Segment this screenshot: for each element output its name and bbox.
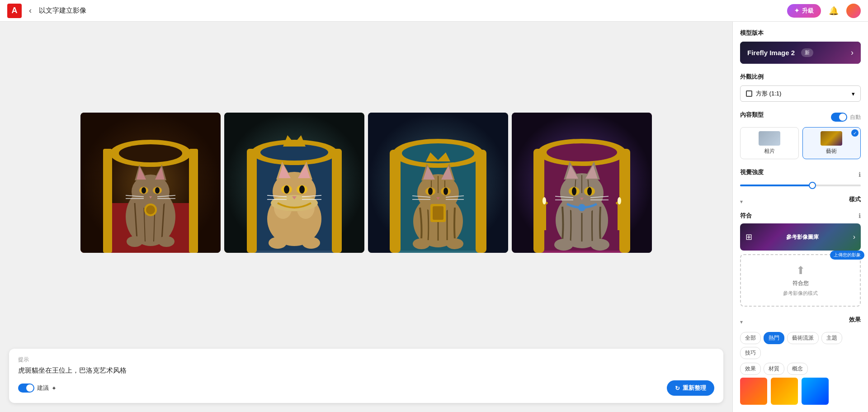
svg-point-74	[443, 188, 448, 195]
notification-icon[interactable]: 🔔	[826, 4, 841, 18]
model-name: Firefly Image 2	[747, 49, 795, 57]
effects-tab-concept[interactable]: 概念	[787, 363, 808, 375]
auto-toggle-switch[interactable]	[831, 113, 847, 122]
svg-rect-91	[542, 203, 546, 230]
content-area: 提示 虎斑貓坐在王位上，巴洛克艺术风格 建議 ✦ ↻ 重新整理	[0, 22, 732, 412]
effects-collapse-icon[interactable]: ▾	[740, 319, 743, 325]
effects-tab-popular[interactable]: 熱門	[764, 332, 784, 344]
effects-tab-effect[interactable]: 效果	[740, 363, 761, 375]
back-button[interactable]: ‹	[27, 4, 33, 17]
build-label: 建議	[37, 384, 49, 392]
svg-rect-32	[247, 149, 257, 253]
aspect-value: 方形 (1:1)	[756, 90, 781, 98]
effects-primary-tabs: 全部 熱門 藝術流派 主題 技巧	[740, 332, 861, 359]
effects-thumb-1[interactable]	[740, 378, 767, 405]
art-check-icon: ✓	[851, 129, 859, 137]
effects-thumb-2[interactable]	[771, 378, 798, 405]
chevron-down-icon: ▾	[852, 90, 855, 97]
svg-rect-81	[433, 206, 443, 220]
upload-text: 符合您	[793, 279, 809, 287]
build-icon: ✦	[52, 385, 57, 392]
info-icon[interactable]: ℹ	[859, 171, 861, 178]
refresh-button[interactable]: ↻ 重新整理	[667, 380, 714, 396]
upgrade-button[interactable]: ✦ 升級	[787, 4, 821, 18]
model-section: 模型版本 Firefly Image 2 新 ›	[740, 29, 861, 64]
prompt-actions: 建議 ✦ ↻ 重新整理	[18, 380, 714, 396]
effects-thumb-3[interactable]	[802, 378, 829, 405]
svg-rect-94	[618, 203, 621, 230]
reference-arrow-icon: ›	[853, 233, 855, 241]
content-type-section: 內容類型 自動 相片 藝術 ✓	[740, 111, 861, 159]
user-avatar[interactable]	[846, 4, 861, 18]
content-type-title: 內容類型	[740, 111, 764, 119]
build-toggle[interactable]: 建議 ✦	[18, 384, 57, 393]
effects-thumbnails	[740, 378, 861, 405]
reference-label: 參考影像圖庫	[786, 233, 819, 241]
svg-rect-2	[103, 149, 112, 253]
fuhe-label: 符合	[740, 212, 752, 220]
upload-subtext: 參考影像的樣式	[783, 290, 818, 297]
photo-thumb	[759, 131, 780, 146]
style-section: ▾ 樣式 符合 ℹ ⊞ 參考影像圖庫 › 上傳您的影象 ⬆ 符合您 參考影像的樣…	[740, 195, 861, 307]
svg-point-28	[158, 236, 175, 247]
generated-image-4[interactable]	[512, 113, 652, 253]
effects-tab-technique[interactable]: 技巧	[740, 347, 761, 359]
content-option-photo[interactable]: 相片	[740, 127, 799, 159]
aspect-section-title: 外觀比例	[740, 73, 861, 81]
style-collapse-icon[interactable]: ▾	[740, 199, 743, 205]
effects-section: ▾ 效果 全部 熱門 藝術流派 主題 技巧 效果 材質 概念	[740, 316, 861, 405]
grid-icon: ⊞	[745, 232, 752, 242]
prompt-bar: 提示 虎斑貓坐在王位上，巴洛克艺术风格 建議 ✦ ↻ 重新整理	[0, 343, 732, 412]
toggle-switch[interactable]	[18, 384, 34, 393]
auto-label: 自動	[850, 114, 861, 121]
page-title: 以文字建立影像	[39, 6, 86, 15]
svg-point-19	[155, 187, 160, 194]
fuhe-header: 符合 ℹ	[740, 212, 861, 220]
generated-image-3[interactable]	[368, 113, 508, 253]
svg-point-82	[413, 238, 430, 249]
svg-point-49	[299, 185, 305, 194]
slider-fill	[740, 185, 812, 186]
svg-point-26	[146, 205, 155, 214]
svg-point-48	[284, 185, 289, 194]
prompt-box: 提示 虎斑貓坐在王位上，巴洛克艺术风格 建議 ✦ ↻ 重新整理	[9, 349, 723, 403]
svg-point-27	[127, 236, 143, 247]
topbar: A ‹ 以文字建立影像 ✦ 升級 🔔	[0, 0, 868, 22]
svg-point-96	[618, 197, 621, 204]
generated-image-2[interactable]	[224, 113, 364, 253]
visual-strength-slider[interactable]	[740, 185, 861, 186]
svg-point-113	[554, 239, 573, 251]
effects-tab-theme[interactable]: 主題	[821, 332, 842, 344]
upload-area[interactable]: 上傳您的影象 ⬆ 符合您 參考影像的樣式	[740, 254, 861, 307]
content-option-art[interactable]: 藝術 ✓	[802, 127, 861, 159]
images-grid	[0, 22, 732, 343]
slider-thumb	[809, 182, 816, 189]
aspect-section: 外觀比例 方形 (1:1) ▾	[740, 73, 861, 102]
svg-rect-33	[332, 149, 342, 253]
model-card[interactable]: Firefly Image 2 新 ›	[740, 42, 861, 64]
svg-point-55	[269, 237, 287, 249]
prompt-label: 提示	[18, 356, 714, 364]
effects-secondary-tabs: 效果 材質 概念	[740, 363, 861, 375]
reference-image-card[interactable]: ⊞ 參考影像圖庫 ›	[740, 223, 861, 251]
svg-point-112	[578, 204, 585, 211]
upload-icon: ⬆	[796, 264, 805, 277]
generated-image-1[interactable]	[80, 113, 221, 253]
svg-rect-3	[189, 149, 198, 253]
art-thumb	[821, 131, 842, 146]
adobe-logo[interactable]: A	[7, 4, 22, 18]
model-section-title: 模型版本	[740, 29, 861, 37]
upgrade-icon: ✦	[794, 7, 799, 14]
effects-tab-art[interactable]: 藝術流派	[787, 332, 819, 344]
content-auto-toggle[interactable]: 自動	[831, 113, 861, 122]
model-arrow-icon: ›	[851, 48, 854, 57]
fuhe-info-icon[interactable]: ℹ	[859, 212, 861, 219]
style-section-title: 樣式	[849, 195, 861, 204]
main-layout: 提示 虎斑貓坐在王位上，巴洛克艺术风格 建議 ✦ ↻ 重新整理	[0, 22, 868, 412]
effects-tab-all[interactable]: 全部	[740, 332, 761, 344]
aspect-ratio-select[interactable]: 方形 (1:1) ▾	[740, 85, 861, 102]
toggle-knob	[26, 384, 33, 392]
svg-point-56	[302, 237, 320, 249]
art-label: 藝術	[826, 147, 837, 155]
effects-tab-material[interactable]: 材質	[764, 363, 784, 375]
